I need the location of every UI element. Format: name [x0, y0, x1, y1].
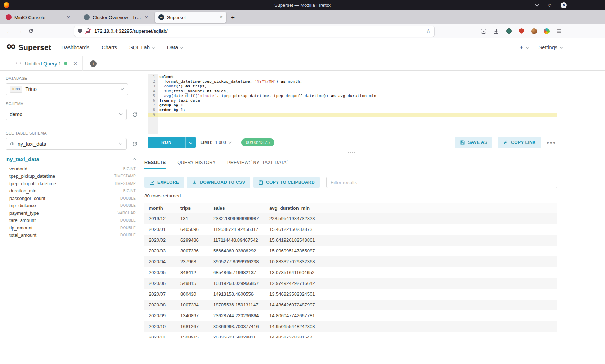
minimize-icon[interactable] — [535, 2, 539, 7]
run-button-label: RUN — [148, 137, 185, 148]
nav-charts[interactable]: Charts — [102, 45, 117, 50]
browser-tab-minio[interactable]: MinIO Console × — [2, 12, 73, 23]
more-options-icon[interactable]: ••• — [547, 139, 556, 146]
code-line[interactable]: format_datetime(tpep_pickup_datetime, 'Y… — [158, 79, 557, 84]
tab-preview[interactable]: PREVIEW: `NY_TAXI_DATA` — [227, 157, 288, 169]
code-line[interactable]: sum(total_amount) as sales, — [158, 89, 557, 94]
drag-handle-icon[interactable]: ⋮⋮ — [14, 61, 22, 66]
table-cell: 117114448.89467542 — [209, 235, 265, 246]
nav-data[interactable]: Data — [167, 45, 183, 50]
sql-editor[interactable]: 123456789 select format_datetime(tpep_pi… — [148, 74, 557, 134]
run-dropdown-button[interactable] — [185, 137, 196, 148]
code-line[interactable] — [158, 113, 557, 117]
code-line[interactable]: avg(date_diff('minute', tpep_pickup_date… — [158, 94, 557, 98]
superset-logo[interactable]: ∞ Superset — [6, 43, 51, 52]
downloads-icon[interactable] — [493, 28, 499, 35]
collapse-icon[interactable] — [132, 158, 136, 162]
column-item[interactable]: tpep_pickup_datetimeTIMESTAMP — [6, 173, 138, 180]
reload-button[interactable] — [25, 26, 36, 36]
column-item[interactable]: passenger_countDOUBLE — [6, 195, 138, 202]
table-cell: 1007284 — [176, 300, 209, 310]
extension-icon-pinwheel[interactable] — [543, 28, 550, 35]
column-item[interactable]: vendoridBIGINT — [6, 165, 138, 173]
download-icon — [192, 180, 197, 185]
chevron-down-icon — [119, 112, 123, 115]
tab-close-icon[interactable]: × — [220, 15, 223, 20]
results-column-header[interactable]: month — [144, 203, 176, 213]
results-column-header[interactable]: sales — [209, 203, 265, 213]
extension-icon-green[interactable] — [506, 28, 512, 35]
download-csv-button[interactable]: DOWNLOAD TO CSV — [187, 177, 250, 188]
nav-sql-lab[interactable]: SQL Lab — [129, 45, 155, 50]
column-item[interactable]: tip_amountDOUBLE — [6, 224, 138, 232]
column-name: duration_min — [9, 188, 36, 194]
column-item[interactable]: payment_typeVARCHAR — [6, 209, 138, 217]
pane-resize-handle[interactable] — [148, 151, 557, 153]
tab-results[interactable]: RESULTS — [144, 157, 166, 169]
table-select[interactable]: ny_taxi_data — [6, 138, 127, 150]
column-item[interactable]: trip_distanceDOUBLE — [6, 202, 138, 210]
browser-tab-trino[interactable]: Cluster Overview - Trino × — [80, 12, 152, 23]
close-icon[interactable]: ✕ — [561, 2, 567, 8]
menu-icon[interactable]: ☰ — [556, 28, 563, 35]
code-line[interactable]: count(*) as trips, — [158, 84, 557, 88]
forward-button[interactable]: → — [14, 26, 25, 36]
limit-dropdown[interactable]: LIMIT: 1 000 — [201, 140, 231, 145]
table-name[interactable]: ny_taxi_data — [6, 156, 39, 162]
new-tab-button[interactable]: + — [231, 14, 235, 21]
url-bar[interactable]: 172.18.0.4:32295/superset/sqllab/ ☆ — [74, 26, 434, 37]
nav-dashboards[interactable]: Dashboards — [61, 45, 89, 50]
code-line[interactable]: group by 1 — [158, 103, 557, 108]
column-item[interactable]: fare_amountDOUBLE — [6, 217, 138, 224]
column-item[interactable]: total_amountDOUBLE — [6, 232, 138, 239]
new-item-button[interactable]: + — [519, 44, 528, 51]
tracking-shield-icon[interactable] — [78, 29, 82, 34]
back-button[interactable]: ← — [4, 26, 14, 36]
results-table-container[interactable]: monthtripssalesavg_duration_min 2019/121… — [144, 203, 557, 338]
table-row: 2020/08100728418705536.15013114714.43642… — [144, 300, 557, 310]
code-line[interactable]: select — [158, 74, 557, 79]
code-line[interactable]: order by 1; — [158, 108, 557, 112]
add-query-tab-button[interactable]: + — [90, 60, 97, 67]
save-as-button[interactable]: SAVE AS — [455, 137, 492, 148]
results-column-header[interactable]: trips — [176, 203, 209, 213]
copy-clipboard-button[interactable]: COPY TO CLIPBOARD — [253, 177, 320, 188]
database-label: DATABASE — [6, 76, 138, 81]
browser-tab-superset[interactable]: ∞ Superset × — [155, 12, 226, 23]
refresh-schemas-button[interactable] — [132, 112, 138, 118]
schema-select[interactable]: demo — [6, 109, 127, 120]
refresh-tables-button[interactable] — [132, 141, 138, 147]
editor-code[interactable]: select format_datetime(tpep_pickup_datet… — [158, 74, 557, 134]
chevron-down-icon — [560, 45, 563, 49]
run-button[interactable]: RUN — [148, 137, 196, 148]
url-text[interactable]: 172.18.0.4:32295/superset/sqllab/ — [94, 28, 167, 34]
rows-returned-text: 30 rows returned — [144, 193, 557, 199]
tab-query-history[interactable]: QUERY HISTORY — [178, 157, 216, 169]
query-tab-close-icon[interactable]: ✕ — [73, 61, 77, 66]
copy-link-button[interactable]: COPY LINK — [498, 137, 541, 148]
table-cell: 2020/11 — [144, 332, 176, 338]
query-tab-active[interactable]: ⋮⋮ Untitled Query 1 ✕ — [11, 56, 83, 71]
table-schema-card: ny_taxi_data vendoridBIGINTtpep_pickup_d… — [6, 156, 138, 239]
table-row: 2020/10168126730366993.70037741614.95015… — [144, 321, 557, 332]
column-item[interactable]: duration_minBIGINT — [6, 187, 138, 195]
settings-menu[interactable]: Settings — [539, 45, 563, 50]
bookmark-star-icon[interactable]: ☆ — [426, 28, 431, 35]
profile-avatar[interactable] — [531, 28, 537, 35]
database-select[interactable]: trino Trino — [6, 83, 128, 95]
limit-label: LIMIT: — [201, 140, 213, 145]
query-tab-label: Untitled Query 1 — [25, 61, 61, 67]
tab-close-icon[interactable]: × — [67, 15, 70, 20]
pocket-icon[interactable] — [480, 28, 487, 35]
results-column-header[interactable]: avg_duration_min — [265, 203, 557, 213]
superset-logo-mark: ∞ — [6, 41, 16, 51]
browser-tab-title: Superset — [167, 15, 186, 20]
code-line[interactable]: from ny_taxi_data — [158, 98, 557, 103]
tab-close-icon[interactable]: × — [145, 15, 148, 20]
ublock-icon[interactable] — [518, 28, 525, 35]
insecure-lock-icon[interactable] — [85, 28, 91, 34]
column-item[interactable]: tpep_dropoff_datetimeTIMESTAMP — [6, 180, 138, 187]
maximize-icon[interactable]: ◇ — [548, 3, 551, 7]
explore-button[interactable]: EXPLORE — [144, 177, 184, 188]
filter-results-input[interactable] — [326, 177, 557, 188]
